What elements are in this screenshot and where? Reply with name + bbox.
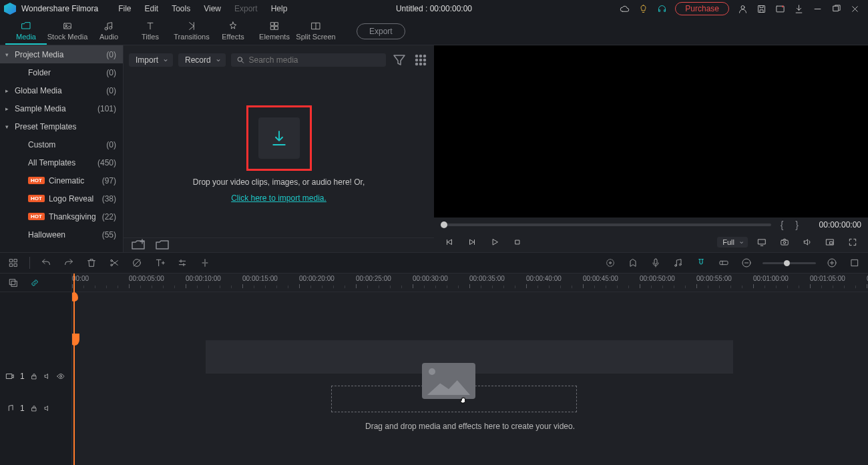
sidebar-collapse-handle[interactable]: ◂ xyxy=(123,145,124,165)
headset-icon[interactable] xyxy=(652,0,671,17)
tab-effects[interactable]: Effects xyxy=(212,18,254,45)
menu-file[interactable]: File xyxy=(112,4,138,13)
preview-canvas[interactable] xyxy=(434,45,868,217)
grid-menu-icon[interactable] xyxy=(7,256,20,270)
volume-icon[interactable] xyxy=(799,234,816,251)
timeline-tracks[interactable]: 00:0000:00:05:0000:00:10:0000:00:15:0000… xyxy=(72,274,868,465)
link-toggle-icon[interactable] xyxy=(717,256,730,270)
sidebar-item-custom[interactable]: Custom(0) xyxy=(0,135,123,153)
sidebar-item-folder[interactable]: Folder(0) xyxy=(0,63,123,81)
lightbulb-icon[interactable] xyxy=(634,0,652,17)
pip-icon[interactable] xyxy=(821,234,839,251)
media-footer xyxy=(124,238,434,252)
undo-icon[interactable] xyxy=(39,256,53,270)
record-dropdown[interactable]: Record xyxy=(178,53,226,67)
lock-icon[interactable] xyxy=(30,404,38,412)
keyframe-icon[interactable] xyxy=(198,256,212,270)
fit-zoom-icon[interactable] xyxy=(848,256,861,270)
grid-view-icon[interactable] xyxy=(413,52,429,68)
playhead-marker-icon[interactable] xyxy=(72,334,79,346)
eye-icon[interactable] xyxy=(57,372,65,380)
copy-icon[interactable] xyxy=(7,276,20,290)
link-icon[interactable] xyxy=(28,276,41,290)
purchase-button[interactable]: Purchase xyxy=(675,2,729,15)
minimize-icon[interactable] xyxy=(808,0,827,17)
sidebar-item-sample-media[interactable]: ▸Sample Media(101) xyxy=(0,99,123,117)
mute-icon[interactable] xyxy=(43,404,51,412)
svg-rect-23 xyxy=(758,240,766,244)
split-icon[interactable] xyxy=(107,256,121,270)
tab-elements[interactable]: Elements xyxy=(254,18,295,45)
tab-transitions[interactable]: Transitions xyxy=(171,18,212,45)
download-icon[interactable] xyxy=(789,0,808,17)
next-frame-icon[interactable] xyxy=(463,234,481,251)
prev-frame-icon[interactable] xyxy=(441,234,458,251)
svg-point-3 xyxy=(782,5,784,7)
mark-out-icon[interactable]: } xyxy=(793,219,801,230)
sidebar-item-cinematic[interactable]: HOTCinematic(97) xyxy=(0,171,123,189)
mark-in-icon[interactable]: { xyxy=(778,219,787,230)
svg-point-15 xyxy=(424,55,426,57)
tab-audio[interactable]: Audio xyxy=(88,18,130,45)
audio-mixer-icon[interactable] xyxy=(672,256,685,270)
delete-icon[interactable] xyxy=(85,256,98,270)
adjust-icon[interactable] xyxy=(176,256,189,270)
import-media-link[interactable]: Click here to import media. xyxy=(231,193,327,203)
tab-media[interactable]: Media xyxy=(5,18,47,45)
media-drop-zone[interactable]: Drop your video clips, images, or audio … xyxy=(124,71,434,238)
menu-edit[interactable]: Edit xyxy=(138,4,166,13)
folder-icon[interactable] xyxy=(154,238,170,254)
zoom-in-icon[interactable] xyxy=(825,256,839,270)
render-icon[interactable] xyxy=(604,256,617,270)
lock-icon[interactable] xyxy=(30,372,38,380)
crop-icon[interactable] xyxy=(130,256,144,270)
new-folder-add-icon[interactable] xyxy=(130,238,146,254)
text-add-icon[interactable] xyxy=(153,256,166,270)
video-track-header[interactable]: 1 xyxy=(0,368,72,384)
timeline-ruler[interactable]: 00:0000:00:05:0000:00:10:0000:00:15:0000… xyxy=(72,274,868,292)
cloud-icon[interactable] xyxy=(615,0,634,17)
menu-help[interactable]: Help xyxy=(264,4,294,13)
import-dropdown[interactable]: Import xyxy=(129,53,173,67)
sidebar-item-preset-templates[interactable]: ▾Preset Templates xyxy=(0,117,123,135)
export-button[interactable]: Export xyxy=(357,23,405,39)
zoom-slider[interactable] xyxy=(763,262,816,264)
tab-stock-media[interactable]: Stock Media xyxy=(47,18,88,45)
redo-icon[interactable] xyxy=(62,256,75,270)
maximize-icon[interactable] xyxy=(827,0,845,17)
sidebar-item-logo-reveal[interactable]: HOTLogo Reveal(38) xyxy=(0,189,123,207)
ruler-mark: 00:00:15:00 xyxy=(242,275,278,282)
fullscreen-icon[interactable] xyxy=(844,234,861,251)
voiceover-icon[interactable] xyxy=(649,256,662,270)
audio-track-header[interactable]: 1 xyxy=(0,400,72,416)
filter-icon[interactable] xyxy=(391,52,407,68)
search-input-wrap[interactable] xyxy=(231,53,386,67)
tab-split-screen[interactable]: Split Screen xyxy=(295,18,337,45)
zoom-out-icon[interactable] xyxy=(740,256,753,270)
stop-icon[interactable] xyxy=(509,234,526,251)
scrub-track[interactable] xyxy=(441,223,771,226)
magnetic-icon[interactable] xyxy=(694,256,708,270)
tab-titles[interactable]: Titles xyxy=(130,18,171,45)
tab-media-label: Media xyxy=(16,33,36,41)
import-button[interactable] xyxy=(258,117,300,159)
playhead[interactable] xyxy=(73,274,75,465)
sidebar-item-project-media[interactable]: ▾Project Media(0) xyxy=(0,45,123,63)
search-input[interactable] xyxy=(248,55,381,65)
save-icon[interactable] xyxy=(752,0,771,17)
display-icon[interactable] xyxy=(753,234,771,251)
sidebar-item-halloween[interactable]: Halloween(55) xyxy=(0,225,123,244)
sidebar-item-all-templates[interactable]: All Templates(450) xyxy=(0,153,123,171)
close-icon[interactable] xyxy=(845,0,864,17)
mute-icon[interactable] xyxy=(43,372,51,380)
sidebar-item-global-media[interactable]: ▸Global Media(0) xyxy=(0,81,123,99)
preview-zoom-dropdown[interactable]: Full xyxy=(717,237,748,248)
snapshot-icon[interactable] xyxy=(776,234,793,251)
marker-icon[interactable] xyxy=(626,256,640,270)
account-icon[interactable] xyxy=(733,0,752,17)
play-icon[interactable] xyxy=(486,234,503,251)
message-icon[interactable] xyxy=(771,0,789,17)
sidebar-item-thanksgiving[interactable]: HOTThanksgiving(22) xyxy=(0,207,123,225)
menu-view[interactable]: View xyxy=(197,4,228,13)
menu-tools[interactable]: Tools xyxy=(165,4,197,13)
